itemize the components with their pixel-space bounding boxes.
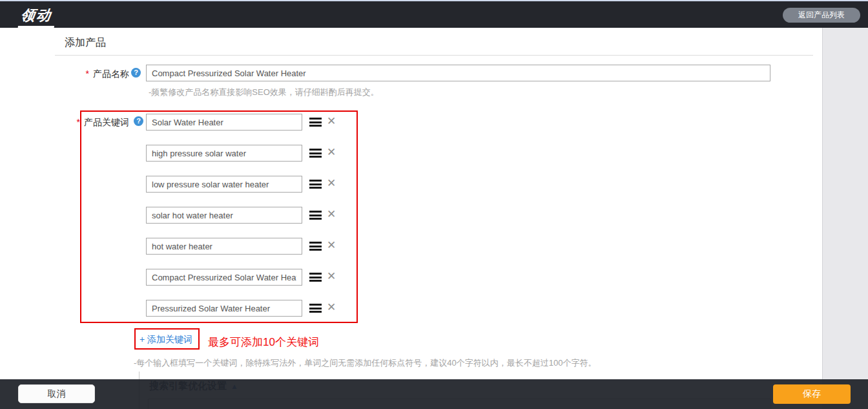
drag-handle-icon[interactable] bbox=[309, 180, 322, 189]
keyword-input[interactable] bbox=[146, 300, 302, 317]
keyword-input[interactable] bbox=[146, 145, 302, 162]
add-product-page: 领动 返回产品列表 添加产品 *产品名称 ? -频繁修改产品名称直接影响SEO效… bbox=[0, 0, 868, 409]
product-name-help-icon[interactable]: ? bbox=[131, 68, 141, 78]
delete-keyword-icon[interactable]: ✕ bbox=[327, 208, 336, 221]
page-title: 添加产品 bbox=[65, 36, 106, 50]
drag-handle-icon[interactable] bbox=[309, 149, 322, 158]
product-name-hint: -频繁修改产品名称直接影响SEO效果，请仔细斟酌后再提交。 bbox=[149, 87, 379, 98]
keyword-limit-note: 最多可添加10个关键词 bbox=[208, 335, 319, 350]
app-header: 领动 返回产品列表 bbox=[0, 1, 868, 28]
keywords-help-icon[interactable]: ? bbox=[134, 116, 143, 126]
back-to-product-list-button[interactable]: 返回产品列表 bbox=[783, 8, 860, 23]
keywords-hint: -每个输入框填写一个关键词，除特殊写法外，单词之间无需添加任何标点符号，建议40… bbox=[134, 357, 596, 369]
keyword-input[interactable] bbox=[146, 176, 302, 193]
keyword-row: ✕ bbox=[146, 114, 302, 131]
product-name-input[interactable] bbox=[146, 65, 770, 81]
logo: 领动 bbox=[18, 6, 57, 28]
delete-keyword-icon[interactable]: ✕ bbox=[327, 301, 336, 314]
keyword-row: ✕ bbox=[146, 207, 302, 224]
delete-keyword-icon[interactable]: ✕ bbox=[327, 146, 336, 159]
drag-handle-icon[interactable] bbox=[309, 304, 322, 313]
top-accent-line bbox=[0, 0, 868, 1]
delete-keyword-icon[interactable]: ✕ bbox=[327, 177, 336, 190]
title-divider bbox=[55, 55, 813, 56]
required-asterisk: * bbox=[77, 117, 80, 127]
required-asterisk: * bbox=[86, 68, 89, 79]
right-gutter bbox=[822, 28, 868, 409]
delete-keyword-icon[interactable]: ✕ bbox=[327, 115, 336, 128]
keyword-row: ✕ bbox=[146, 176, 302, 193]
keyword-input[interactable] bbox=[146, 238, 302, 255]
keyword-input[interactable] bbox=[146, 207, 302, 224]
cancel-button[interactable]: 取消 bbox=[18, 384, 95, 403]
keyword-row: ✕ bbox=[146, 269, 302, 286]
keyword-row: ✕ bbox=[146, 238, 302, 255]
product-name-label: *产品名称 bbox=[0, 68, 129, 80]
keywords-label: *产品关键词 bbox=[0, 117, 129, 129]
add-keyword-link[interactable]: + 添加关键词 bbox=[140, 334, 192, 346]
drag-handle-icon[interactable] bbox=[309, 242, 322, 251]
footer-action-bar: 取消 保存 bbox=[0, 379, 868, 409]
keyword-row: ✕ bbox=[146, 300, 302, 317]
delete-keyword-icon[interactable]: ✕ bbox=[327, 270, 336, 283]
drag-handle-icon[interactable] bbox=[309, 211, 322, 220]
drag-handle-icon[interactable] bbox=[309, 118, 322, 127]
save-button[interactable]: 保存 bbox=[773, 384, 851, 404]
keyword-row: ✕ bbox=[146, 145, 302, 162]
delete-keyword-icon[interactable]: ✕ bbox=[327, 239, 336, 252]
keyword-input[interactable] bbox=[146, 114, 302, 131]
keyword-input[interactable] bbox=[146, 269, 302, 286]
drag-handle-icon[interactable] bbox=[309, 273, 322, 282]
